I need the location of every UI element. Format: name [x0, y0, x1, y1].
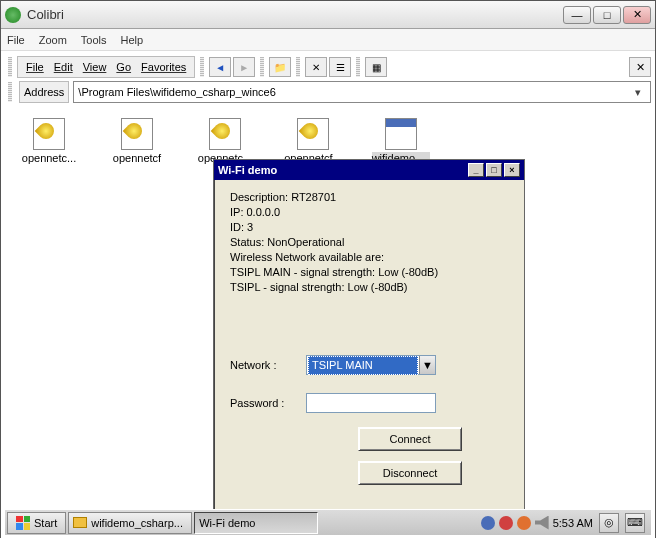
wifi-demo-dialog: Wi-Fi demo _ □ × Description: RT28701 IP…: [213, 159, 525, 515]
properties-button[interactable]: ☰: [329, 57, 351, 77]
grip: [356, 57, 360, 77]
grip: [296, 57, 300, 77]
network-selected-value: TSIPL MAIN: [308, 356, 418, 375]
password-input[interactable]: [306, 393, 436, 413]
host-window-titlebar: Colibri — □ ✕: [1, 1, 655, 29]
grip: [8, 82, 12, 102]
maximize-button[interactable]: □: [593, 6, 621, 24]
delete-button[interactable]: ✕: [305, 57, 327, 77]
explorer-toolbar: File Edit View Go Favorites ◄ ► 📁 ✕ ☰ ▦ …: [5, 55, 651, 79]
exe-icon: [385, 118, 417, 150]
dialog-title: Wi-Fi demo: [218, 164, 466, 176]
file-icon: [121, 118, 153, 150]
minimize-button[interactable]: —: [563, 6, 591, 24]
file-icon: [297, 118, 329, 150]
wifi-info: Description: RT28701 IP: 0.0.0.0 ID: 3 S…: [230, 190, 508, 295]
dialog-minimize-button[interactable]: _: [468, 163, 484, 177]
toolbar-close-button[interactable]: ✕: [629, 57, 651, 77]
file-item[interactable]: opennetc...: [19, 118, 79, 164]
menu-tools[interactable]: Tools: [81, 34, 107, 46]
show-desktop-button[interactable]: ◎: [599, 513, 619, 533]
file-icon: [33, 118, 65, 150]
dropdown-icon[interactable]: ▼: [419, 356, 435, 374]
taskbar: Start wifidemo_csharp... Wi-Fi demo 5:53…: [5, 509, 651, 535]
info-description: Description: RT28701: [230, 190, 508, 205]
address-input[interactable]: \Program Files\wifidemo_csharp_wince6 ▾: [73, 81, 651, 103]
forward-button[interactable]: ►: [233, 57, 255, 77]
close-button[interactable]: ✕: [623, 6, 651, 24]
grip: [260, 57, 264, 77]
tray-volume-icon[interactable]: [535, 516, 549, 530]
info-id: ID: 3: [230, 220, 508, 235]
grip: [200, 57, 204, 77]
explorer-menu: File Edit View Go Favorites: [17, 56, 195, 78]
file-label: opennetc...: [22, 152, 76, 164]
task-label: wifidemo_csharp...: [91, 517, 183, 529]
file-icon: [209, 118, 241, 150]
network-label: Network :: [230, 358, 298, 373]
address-bar: Address \Program Files\wifidemo_csharp_w…: [5, 80, 651, 104]
windows-logo-icon: [16, 516, 30, 530]
address-dropdown-icon[interactable]: ▾: [630, 86, 646, 99]
file-item[interactable]: opennetcf: [107, 118, 167, 164]
tmenu-edit[interactable]: Edit: [50, 61, 77, 73]
disconnect-button[interactable]: Disconnect: [358, 461, 462, 485]
info-ip: IP: 0.0.0.0: [230, 205, 508, 220]
keyboard-button[interactable]: ⌨: [625, 513, 645, 533]
menu-zoom[interactable]: Zoom: [39, 34, 67, 46]
connect-button[interactable]: Connect: [358, 427, 462, 451]
tray-icon[interactable]: [517, 516, 531, 530]
tmenu-file[interactable]: File: [22, 61, 48, 73]
menu-help[interactable]: Help: [121, 34, 144, 46]
start-button[interactable]: Start: [7, 512, 66, 534]
folder-icon: [73, 517, 87, 528]
host-menubar: File Zoom Tools Help: [1, 29, 655, 51]
tmenu-favorites[interactable]: Favorites: [137, 61, 190, 73]
address-label: Address: [19, 81, 69, 103]
info-network-1: TSIPL MAIN - signal strength: Low (-80dB…: [230, 265, 508, 280]
up-folder-button[interactable]: 📁: [269, 57, 291, 77]
info-available: Wireless Network available are:: [230, 250, 508, 265]
taskbar-item-wifi[interactable]: Wi-Fi demo: [194, 512, 318, 534]
tmenu-view[interactable]: View: [79, 61, 111, 73]
file-label: opennetcf: [113, 152, 161, 164]
window-title: Colibri: [27, 7, 563, 22]
tray-icon[interactable]: [499, 516, 513, 530]
clock[interactable]: 5:53 AM: [553, 517, 593, 529]
info-status: Status: NonOperational: [230, 235, 508, 250]
dialog-titlebar: Wi-Fi demo _ □ ×: [214, 160, 524, 180]
dialog-maximize-button[interactable]: □: [486, 163, 502, 177]
file-item[interactable]: opennetc...: [195, 118, 255, 164]
file-item[interactable]: wifidemo_...: [371, 118, 431, 164]
grip: [8, 57, 12, 77]
system-tray: 5:53 AM ◎ ⌨: [477, 513, 649, 533]
views-button[interactable]: ▦: [365, 57, 387, 77]
file-item[interactable]: opennetcf...: [283, 118, 343, 164]
tmenu-go[interactable]: Go: [112, 61, 135, 73]
info-network-2: TSIPL - signal strength: Low (-80dB): [230, 280, 508, 295]
task-label: Wi-Fi demo: [199, 517, 255, 529]
taskbar-item-folder[interactable]: wifidemo_csharp...: [68, 512, 192, 534]
app-icon: [5, 7, 21, 23]
back-button[interactable]: ◄: [209, 57, 231, 77]
start-label: Start: [34, 517, 57, 529]
dialog-close-button[interactable]: ×: [504, 163, 520, 177]
tray-icon[interactable]: [481, 516, 495, 530]
menu-file[interactable]: File: [7, 34, 25, 46]
network-select[interactable]: TSIPL MAIN ▼: [306, 355, 436, 375]
address-value: \Program Files\wifidemo_csharp_wince6: [78, 86, 630, 98]
password-label: Password :: [230, 396, 298, 411]
